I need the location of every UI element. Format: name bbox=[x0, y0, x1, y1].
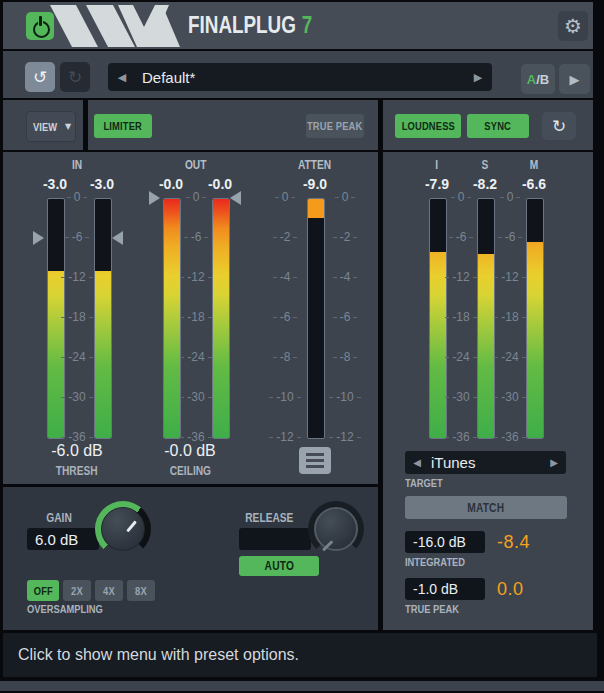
thresh-value[interactable]: -6.0 dB bbox=[32, 442, 122, 460]
true-peak-toggle[interactable]: TRUE PEAK bbox=[306, 114, 364, 138]
undo-button[interactable]: ↺ bbox=[25, 62, 55, 92]
atten-peak-value: -9.0 bbox=[293, 176, 337, 192]
hamburger-icon bbox=[306, 453, 324, 456]
status-message: Click to show menu with preset options. bbox=[18, 646, 299, 664]
atten-scale-left: 0-2-4-6-8-10-12 bbox=[267, 191, 303, 443]
preset-selector[interactable]: ◀ Default* ▶ bbox=[108, 63, 492, 91]
oversampling-label: OVERSAMPLING bbox=[27, 603, 116, 615]
ceiling-marker-right[interactable] bbox=[230, 191, 241, 205]
true-peak-limit-field[interactable]: -1.0 dB bbox=[405, 578, 485, 600]
ceiling-value[interactable]: -0.0 dB bbox=[145, 442, 235, 460]
threshold-marker-right[interactable] bbox=[112, 231, 123, 245]
gain-knob[interactable] bbox=[95, 501, 151, 557]
title-version: 7 bbox=[302, 12, 312, 39]
in-scale: 0-6-12-18-24-30-36 bbox=[59, 191, 95, 443]
target-label: TARGET bbox=[405, 477, 449, 489]
oversampling-4x-button[interactable]: 4X bbox=[95, 580, 123, 601]
play-button[interactable]: ▶ bbox=[559, 64, 590, 94]
out-left-peak-value: -0.0 bbox=[149, 176, 193, 192]
redo-button[interactable]: ↻ bbox=[60, 62, 90, 92]
in-left-peak-value: -3.0 bbox=[33, 176, 77, 192]
bottom-strip bbox=[0, 681, 604, 691]
preset-next-icon[interactable]: ▶ bbox=[464, 71, 492, 84]
gain-label: GAIN bbox=[29, 511, 89, 525]
oversampling-off-button[interactable]: OFF bbox=[27, 580, 59, 601]
release-label: RELEASE bbox=[234, 511, 304, 525]
gain-value-field[interactable]: 6.0 dB bbox=[27, 528, 99, 550]
out-meter-right bbox=[212, 198, 230, 439]
reset-meters-button[interactable]: ↻ bbox=[542, 112, 576, 140]
out-meter-label: OUT bbox=[166, 158, 226, 172]
auto-release-toggle[interactable]: AUTO bbox=[239, 556, 319, 576]
chevron-down-icon: ▼ bbox=[65, 122, 71, 131]
true-peak-readout: 0.0 bbox=[497, 579, 524, 600]
target-next-icon[interactable]: ▶ bbox=[542, 457, 566, 468]
undo-icon: ↺ bbox=[33, 67, 47, 87]
release-knob[interactable] bbox=[308, 501, 364, 557]
atten-menu-button[interactable] bbox=[299, 447, 331, 474]
finalplug-window: FINALPLUG 7 ⚙ ↺ ↻ ◀ Default* ▶ A/B ▶ VIE… bbox=[0, 0, 604, 693]
out-scale: 0-6-12-18-24-30-36 bbox=[178, 191, 214, 443]
target-prev-icon[interactable]: ◀ bbox=[405, 457, 429, 468]
integrated-readout: -8.4 bbox=[497, 532, 530, 553]
true-peak-label: TRUE PEAK bbox=[405, 603, 469, 615]
loudness-toggle[interactable]: LOUDNESS bbox=[395, 114, 461, 138]
oversampling-8x-button[interactable]: 8X bbox=[127, 580, 155, 601]
plugin-title: FINALPLUG 7 bbox=[188, 12, 312, 38]
atten-meter-label: ATTEN bbox=[285, 158, 345, 172]
momentary-meter-value: -6.6 bbox=[512, 176, 556, 192]
ceiling-label: CEILING bbox=[145, 464, 235, 478]
release-knob-pointer bbox=[322, 540, 333, 551]
target-selector[interactable]: ◀ iTunes ▶ bbox=[405, 451, 566, 474]
shortterm-meter-value: -8.2 bbox=[463, 176, 507, 192]
momentary-meter bbox=[526, 198, 544, 439]
status-bar: Click to show menu with preset options. bbox=[3, 633, 597, 677]
oversampling-2x-button[interactable]: 2X bbox=[63, 580, 91, 601]
out-right-peak-value: -0.0 bbox=[198, 176, 242, 192]
momentary-meter-label: M bbox=[504, 158, 564, 172]
integrated-label: INTEGRATED bbox=[405, 556, 476, 568]
thresh-label: THRESH bbox=[32, 464, 122, 478]
loudness-scale-right: 0-6-12-18-24-30-36 bbox=[492, 191, 528, 443]
atten-meter bbox=[307, 198, 325, 439]
in-meter-right bbox=[94, 198, 112, 439]
ab-compare-button[interactable]: A/B bbox=[521, 64, 555, 94]
ceiling-marker-left[interactable] bbox=[149, 191, 160, 205]
title-text: FINALPLUG bbox=[188, 12, 296, 39]
divider bbox=[83, 100, 88, 150]
wave-arts-logo bbox=[50, 5, 180, 47]
atten-scale-right: 0-2-4-6-8-10-12 bbox=[327, 191, 363, 443]
loudness-scale-left: 0-6-12-18-24-30-36 bbox=[443, 191, 479, 443]
integrated-meter-value: -7.9 bbox=[415, 176, 459, 192]
integrated-target-field[interactable]: -16.0 dB bbox=[405, 531, 485, 553]
view-dropdown[interactable]: VIEW ▼ bbox=[26, 111, 76, 142]
gear-icon: ⚙ bbox=[564, 14, 582, 38]
gain-knob-pointer bbox=[126, 520, 137, 532]
refresh-icon: ↻ bbox=[552, 116, 566, 136]
redo-icon: ↻ bbox=[68, 67, 82, 87]
limiter-toggle[interactable]: LIMITER bbox=[94, 114, 152, 138]
sync-toggle[interactable]: SYNC bbox=[467, 114, 529, 138]
preset-prev-icon[interactable]: ◀ bbox=[108, 71, 136, 84]
in-meter-label: IN bbox=[47, 158, 107, 172]
settings-button[interactable]: ⚙ bbox=[558, 11, 588, 41]
match-button[interactable]: MATCH bbox=[405, 496, 567, 519]
threshold-marker-left[interactable] bbox=[33, 231, 44, 245]
release-value-field[interactable] bbox=[239, 528, 311, 550]
divider bbox=[378, 100, 383, 633]
play-icon: ▶ bbox=[570, 72, 580, 87]
in-right-peak-value: -3.0 bbox=[80, 176, 124, 192]
preset-name[interactable]: Default* bbox=[142, 69, 464, 86]
target-value[interactable]: iTunes bbox=[431, 454, 542, 471]
